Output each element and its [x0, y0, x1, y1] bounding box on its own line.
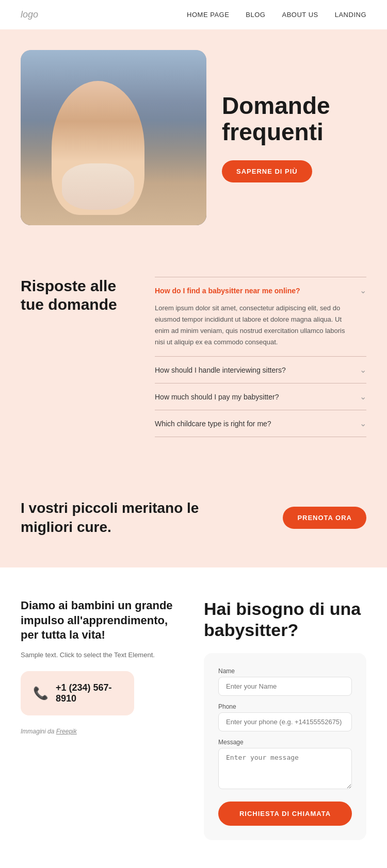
name-input[interactable]: [218, 677, 352, 696]
contact-form-card: Name Phone Message RICHIESTA DI CHIAMATA: [204, 653, 366, 840]
contact-left: Diamo ai bambini un grande impulso all'a…: [21, 598, 183, 840]
hero-image: [21, 50, 206, 225]
faq-question-row-3[interactable]: Which childcare type is right for me?⌄: [155, 419, 366, 428]
faq-answer-0: Lorem ipsum dolor sit amet, consectetur …: [155, 303, 366, 348]
hero-cta-button[interactable]: SAPERNE DI PIÙ: [222, 160, 312, 182]
faq-question-text-3: Which childcare type is right for me?: [155, 420, 271, 428]
cta-title: I vostri piccoli meritano le migliori cu…: [21, 499, 206, 537]
message-group: Message: [218, 739, 352, 791]
faq-item-0: How do I find a babysitter near me onlin…: [155, 277, 366, 357]
logo: logo: [21, 9, 38, 20]
nav-link-landing[interactable]: LANDING: [335, 11, 366, 19]
message-input[interactable]: [218, 748, 352, 789]
phone-box[interactable]: 📞 +1 (234) 567-8910: [21, 671, 134, 715]
freepik-label: Immagini da: [21, 728, 54, 735]
faq-question-row-2[interactable]: How much should I pay my babysitter?⌄: [155, 392, 366, 402]
phone-input[interactable]: [218, 712, 352, 731]
faq-question-text-1: How should I handle interviewing sitters…: [155, 366, 286, 374]
chevron-down-icon-3: ⌄: [360, 419, 366, 428]
faq-question-text-0: How do I find a babysitter near me onlin…: [155, 287, 300, 295]
faq-question-row-0[interactable]: How do I find a babysitter near me onlin…: [155, 286, 366, 295]
name-group: Name: [218, 667, 352, 696]
hero-title: Domande frequenti: [222, 93, 366, 145]
phone-number: +1 (234) 567-8910: [56, 682, 122, 704]
phone-label: Phone: [218, 703, 352, 710]
faq-item-2: How much should I pay my babysitter?⌄: [155, 383, 366, 410]
faq-item-3: Which childcare type is right for me?⌄: [155, 410, 366, 437]
nav-links: HOME PAGEBLOGABOUT USLANDING: [187, 11, 366, 19]
cta-button[interactable]: PRENOTA ORA: [283, 507, 366, 529]
chevron-down-icon-1: ⌄: [360, 365, 366, 375]
nav-link-about[interactable]: ABOUT US: [282, 11, 318, 19]
faq-section-title: Risposte alle tue domande: [21, 277, 134, 314]
phone-icon: 📞: [33, 686, 49, 700]
navbar: logo HOME PAGEBLOGABOUT USLANDING: [0, 0, 387, 29]
hero-content: Domande frequenti SAPERNE DI PIÙ: [222, 93, 366, 182]
nav-link-blog[interactable]: BLOG: [246, 11, 265, 19]
faq-section: Risposte alle tue domande How do I find …: [0, 251, 387, 468]
nav-link-home[interactable]: HOME PAGE: [187, 11, 229, 19]
faq-question-row-1[interactable]: How should I handle interviewing sitters…: [155, 365, 366, 375]
message-label: Message: [218, 739, 352, 746]
faq-question-text-2: How much should I pay my babysitter?: [155, 393, 279, 401]
chevron-down-icon-2: ⌄: [360, 392, 366, 402]
contact-sample-text: Sample text. Click to select the Text El…: [21, 651, 183, 659]
cta-banner: I vostri piccoli meritano le migliori cu…: [0, 468, 387, 567]
contact-left-title: Diamo ai bambini un grande impulso all'a…: [21, 598, 183, 643]
freepik-link[interactable]: Freepik: [56, 728, 77, 735]
name-label: Name: [218, 667, 352, 675]
contact-right-title: Hai bisogno di una babysitter?: [204, 598, 366, 641]
phone-group: Phone: [218, 703, 352, 731]
faq-item-1: How should I handle interviewing sitters…: [155, 357, 366, 383]
chevron-down-icon-0: ⌄: [360, 286, 366, 295]
freepik-credit: Immagini da Freepik: [21, 728, 183, 735]
faq-right: How do I find a babysitter near me onlin…: [155, 277, 366, 437]
submit-button[interactable]: RICHIESTA DI CHIAMATA: [218, 802, 352, 826]
contact-section: Diamo ai bambini un grande impulso all'a…: [0, 567, 387, 868]
contact-right: Hai bisogno di una babysitter? Name Phon…: [204, 598, 366, 840]
faq-left: Risposte alle tue domande: [21, 277, 134, 437]
hero-section: Domande frequenti SAPERNE DI PIÙ: [0, 29, 387, 251]
